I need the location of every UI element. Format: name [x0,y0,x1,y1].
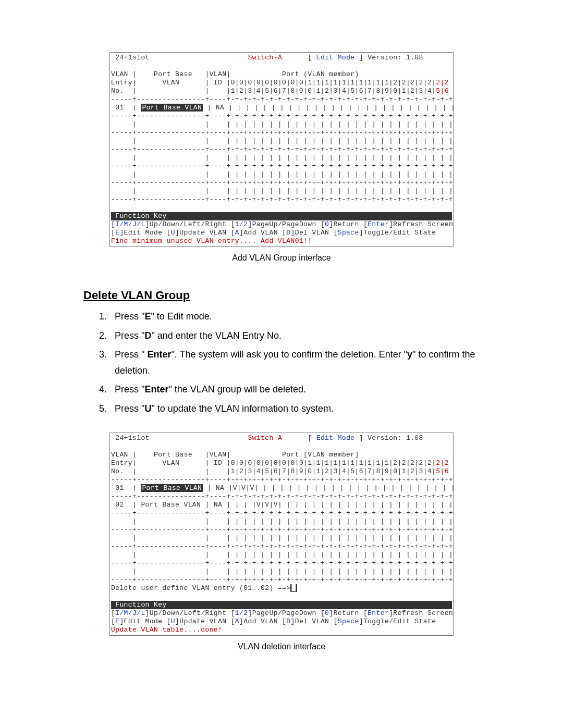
bracket: [ [111,220,115,228]
divider: -----+----------------+----+-+-+-+-+-+-+… [111,179,453,187]
blank-ports: | | | | | | | | | | | | | | | | | | | | … [226,137,453,145]
help-text: ]Edit Mode [ [119,618,170,625]
help-text: ]Return [ [329,220,368,228]
blank-ports: | | | | | | | | | | | | | | | | | | | | … [226,170,453,178]
help-text: ]Toggle/Edit State [359,618,436,625]
divider: -----+----------------+----+-+-+-+-+-+-+… [111,129,453,137]
row-01-name: Port Base VLAN [141,484,203,492]
step-text: " to update the VLAN information to syst… [151,403,334,414]
key-u: U [171,229,175,237]
bracket-l: [ [308,54,316,61]
key-u: U [171,618,175,625]
blank-row: | [111,534,205,542]
terminal-content: 24+1slot Switch-A [ Edit Mode ] Version:… [111,434,452,634]
steps-list: Press "E" to Edit mode. Press "D" and en… [99,309,480,417]
help-text: ]Update VLAN [ [175,618,235,625]
step-text: " to Edit mode. [151,311,212,322]
step-key: E [144,311,151,322]
help-text: ]PageUp/PageDown [ [248,609,325,617]
port-header: Port [VLAN member] [231,451,359,459]
col-vlanid-2: | ID [205,79,226,87]
terminal-screenshot-delete-vlan: 24+1slot Switch-A [ Edit Mode ] Version:… [109,433,454,636]
blank-row: | [111,154,205,162]
row-02-vlanid: | NA [201,501,226,509]
key-a: A [235,618,239,625]
divider: -----+----------------+----+-+-+-+-+-+-+… [111,559,453,567]
blank-vlanid: | [205,551,226,559]
key-space: Space [338,618,359,625]
col-entry-1: VLAN | [111,451,137,459]
function-key-label: Function Key [111,212,171,220]
col-base-2: VLAN [137,459,179,467]
step-key: Enter [144,384,168,394]
version-label: Version: 1.08 [368,54,423,61]
slot-label: 24+1slot [115,54,150,61]
divider: -----+----------------+----+-+-+-+-+-+-+… [111,145,453,153]
help-text: ]Del VLAN [ [290,618,337,625]
step-text: " the VLAN group will be deleted. [168,384,306,394]
col-vlanid-2: | ID [205,459,226,467]
row-02-no: 02 | [111,501,141,509]
help-text: ]Update VLAN [ [175,229,235,237]
status-line: Find minimum unused VLAN entry.... Add V… [111,237,312,245]
help-text: ]PageUp/PageDown [ [248,220,325,228]
port-nums-2: |1|2|3|4|5|6|7|8|9|0|1|2|3|4|5|6|7|8|9|0… [226,87,436,95]
blank-ports: | | | | | | | | | | | | | | | | | | | | … [226,517,453,525]
divider: -----+----------------+----+-+-+-+-+-+-+… [111,492,453,500]
figure1-caption: Add VLAN Group interface [83,253,480,263]
function-key-bar: Function Key [111,601,452,609]
blank-vlanid: | [205,567,226,575]
bracket-l: [ [308,434,316,442]
cursor-icon: █ [290,584,297,592]
mode-label: Edit Mode [316,54,355,61]
step-4: Press "Enter" the VLAN group will be del… [109,381,480,398]
figure2-caption: VLAN deletion interface [83,642,480,651]
divider: -----+----------------+----+-+-+-+-+-+-+… [111,576,453,584]
help-text: ]Refresh Screen [389,220,453,228]
col-entry-2: Entry| [111,459,137,467]
blank-vlanid: | [205,187,226,195]
help-text: ]Up/Down/Left/Right [ [145,609,235,617]
divider: -----+----------------+----+-+-+-+-+-+-+… [111,195,453,203]
help-text: ]Refresh Screen [389,609,453,617]
step-key: y [407,349,412,360]
divider: -----+----------------+----+-+-+-+-+-+-+… [111,526,453,534]
row-01-vlanid: | NA [203,484,228,492]
row-01-vlanid: | NA [203,104,228,112]
col-entry-1: VLAN | [111,70,137,78]
col-base-1: Port Base [137,70,192,78]
help-text: ]Edit Mode [ [119,229,170,237]
blank-row: | [111,137,205,145]
function-key-bar: Function Key [111,212,452,220]
blank-ports: | | | | | | | | | | | | | | | | | | | | … [226,551,453,559]
help-text: ]Toggle/Edit State [359,229,436,237]
divider: -----+----------------+----+-+-+-+-+-+-+… [111,542,453,550]
port-nums-1b: 2|2 [436,79,449,87]
bracket: [ [111,229,115,237]
step-text: Press " [115,330,144,341]
key-page: 1/2 [235,609,248,617]
col-vlanid-1: |VLAN| [205,451,230,459]
blank-ports: | | | | | | | | | | | | | | | | | | | | … [226,120,453,128]
row-01-ports: | | | | | | | | | | | | | | | | | | | | … [228,104,455,112]
divider: -----+----------------+----+-+-+-+-+-+-+… [111,476,453,484]
key-enter: Enter [368,220,389,228]
step-key: D [144,330,151,341]
key-a: A [235,229,239,237]
col-entry-3: No. | [111,87,137,95]
key-nav: I/M/J/L [115,220,145,228]
switch-name: Switch-A [248,434,282,442]
version-label: Version: 1.08 [368,434,423,442]
terminal-content: 24+1slot Switch-A [ Edit Mode ] Version:… [111,54,452,245]
divider: -----+----------------+----+-+-+-+-+-+-+… [111,112,453,120]
port-nums-1b: 2|2 [436,459,449,467]
blank-ports: | | | | | | | | | | | | | | | | | | | | … [226,154,453,162]
key-space: Space [338,229,359,237]
step-text: ". The system will ask you to confirm th… [171,349,407,360]
blank-vlanid: | [205,170,226,178]
key-enter: Enter [368,609,389,617]
step-text: Press " [115,403,144,414]
function-key-label: Function Key [111,601,171,609]
col-base-2: VLAN [137,79,179,87]
blank-row: | [111,567,205,575]
